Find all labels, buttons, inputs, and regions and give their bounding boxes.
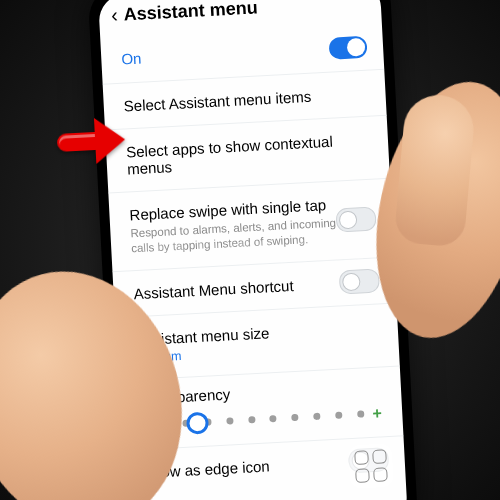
slider-thumb[interactable]: [186, 411, 209, 434]
toggle-replace-swipe[interactable]: [335, 206, 376, 232]
plus-icon[interactable]: +: [370, 404, 385, 423]
slider-track[interactable]: [160, 412, 364, 427]
assistant-floating-icon[interactable]: [348, 443, 394, 489]
on-label: On: [121, 50, 142, 68]
row-replace-swipe[interactable]: Replace swipe with single tap Respond to…: [108, 179, 394, 273]
label-select-items: Select Assistant menu items: [123, 85, 368, 115]
thumb-right: [394, 92, 477, 248]
toggle-shortcut[interactable]: [339, 269, 380, 295]
page-title: Assistant menu: [123, 0, 258, 25]
label-select-apps: Select apps to show contextual menus: [126, 131, 371, 178]
back-icon[interactable]: ‹: [108, 2, 124, 27]
toggle-on[interactable]: [329, 36, 368, 60]
